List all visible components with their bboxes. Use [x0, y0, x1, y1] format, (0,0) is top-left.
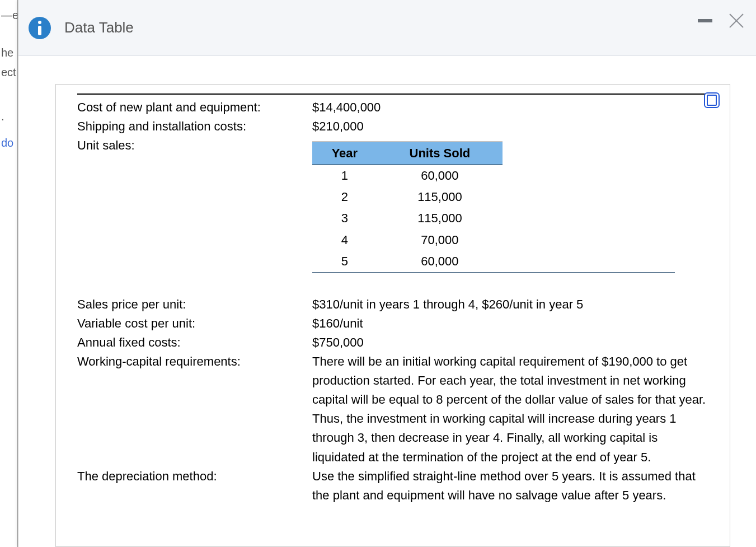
working-capital-label: Working-capital requirements: [77, 352, 312, 467]
svg-rect-1 [38, 26, 41, 35]
variable-cost-label: Variable cost per unit: [77, 314, 312, 333]
data-table-dialog: Data Table Cost of new plant and equipme… [18, 0, 756, 547]
col-year: Year [312, 142, 377, 165]
working-capital-value: There will be an initial working capital… [312, 352, 708, 467]
bg-text: do [0, 127, 17, 153]
sales-price-value: $310/unit in years 1 through 4, $260/uni… [312, 295, 708, 314]
table-bottom-rule [312, 272, 675, 273]
document-panel: Cost of new plant and equipment: $14,400… [55, 84, 730, 547]
svg-point-0 [38, 21, 41, 24]
table-row: 470,000 [312, 230, 503, 251]
shipping-value: $210,000 [312, 117, 708, 136]
cell: 5 [312, 251, 377, 273]
cell: 1 [312, 165, 377, 187]
cell: 2 [312, 186, 377, 208]
unit-sales-label: Unit sales: [77, 136, 312, 273]
cell: 3 [312, 208, 377, 229]
dialog-body: Cost of new plant and equipment: $14,400… [18, 56, 756, 547]
shipping-label: Shipping and installation costs: [77, 117, 312, 136]
document-icon[interactable] [704, 92, 720, 108]
bg-text: —e [0, 6, 17, 25]
background-page-strip: —e he ect . do [0, 0, 18, 547]
cell: 60,000 [377, 251, 503, 273]
dialog-title: Data Table [64, 19, 134, 36]
table-row: 560,000 [312, 251, 503, 273]
dialog-header: Data Table [18, 0, 756, 56]
fixed-cost-label: Annual fixed costs: [77, 333, 312, 352]
bg-text: . [0, 82, 17, 127]
table-row: 2115,000 [312, 186, 503, 208]
depreciation-label: The depreciation method: [77, 467, 312, 505]
table-row: 3115,000 [312, 208, 503, 229]
bg-text: ect [0, 63, 17, 82]
fixed-cost-value: $750,000 [312, 333, 708, 352]
cost-label: Cost of new plant and equipment: [77, 98, 312, 117]
col-units-sold: Units Sold [377, 142, 503, 165]
cost-value: $14,400,000 [312, 98, 708, 117]
depreciation-value: Use the simplified straight-line method … [312, 467, 708, 505]
top-rule [77, 93, 708, 95]
close-button[interactable] [728, 12, 745, 29]
bg-text: he [0, 25, 17, 63]
cell: 115,000 [377, 186, 503, 208]
minimize-button[interactable] [698, 19, 712, 22]
table-row: 160,000 [312, 165, 503, 187]
cell: 115,000 [377, 208, 503, 229]
cell: 70,000 [377, 230, 503, 251]
info-icon [29, 17, 51, 39]
window-controls [698, 12, 745, 29]
variable-cost-value: $160/unit [312, 314, 708, 333]
unit-sales-table: Year Units Sold 160,000 2115,000 3115,00… [312, 142, 503, 273]
sales-price-label: Sales price per unit: [77, 295, 312, 314]
cell: 60,000 [377, 165, 503, 187]
cell: 4 [312, 230, 377, 251]
